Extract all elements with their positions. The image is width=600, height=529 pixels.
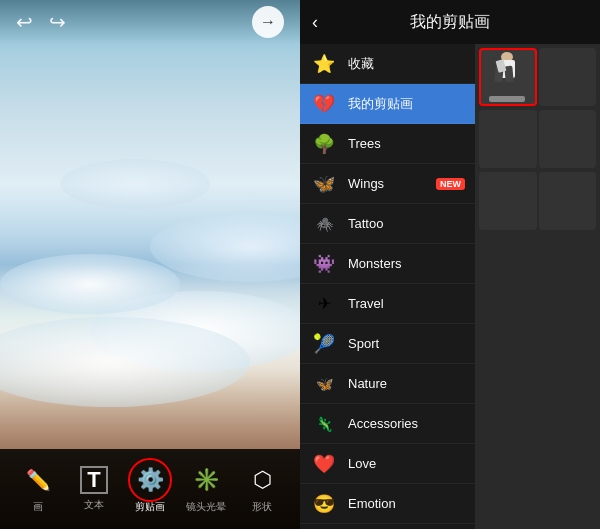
panel-title: 我的剪贴画	[410, 12, 490, 33]
shape-icon: ⬡	[246, 464, 278, 496]
wings-new-badge: NEW	[436, 178, 465, 190]
top-toolbar: ↩ ↪ →	[0, 0, 300, 44]
category-list: ⭐ 收藏 💔 我的剪贴画 🌳 Trees 🦋 Wings NEW 🕷️ Tatt…	[300, 44, 475, 529]
tool-lens[interactable]: ✳️ 镜头光晕	[182, 464, 230, 514]
favorites-label: 收藏	[348, 55, 465, 73]
undo-button[interactable]: ↩	[16, 10, 33, 34]
toolbar-left: ↩ ↪	[16, 10, 66, 34]
lens-label: 镜头光晕	[186, 500, 226, 514]
lens-icon: ✳️	[190, 464, 222, 496]
redo-button[interactable]: ↪	[49, 10, 66, 34]
back-button[interactable]: ‹	[312, 12, 318, 33]
my-stickers-icon: 💔	[310, 90, 338, 118]
nature-label: Nature	[348, 376, 465, 391]
cat-tattoo[interactable]: 🕷️ Tattoo	[300, 204, 475, 244]
draw-label: 画	[33, 500, 43, 514]
monsters-icon: 👾	[310, 250, 338, 278]
right-content: ⭐ 收藏 💔 我的剪贴画 🌳 Trees 🦋 Wings NEW 🕷️ Tatt…	[300, 44, 600, 529]
cat-love[interactable]: ❤️ Love	[300, 444, 475, 484]
cat-wings[interactable]: 🦋 Wings NEW	[300, 164, 475, 204]
cat-sport[interactable]: 🎾 Sport	[300, 324, 475, 364]
draw-icon: ✏️	[22, 464, 54, 496]
sport-label: Sport	[348, 336, 465, 351]
love-label: Love	[348, 456, 465, 471]
monsters-label: Monsters	[348, 256, 465, 271]
cat-monsters[interactable]: 👾 Monsters	[300, 244, 475, 284]
cloud-5	[60, 159, 210, 209]
next-button[interactable]: →	[252, 6, 284, 38]
tool-text[interactable]: T 文本	[70, 466, 118, 512]
tool-sticker[interactable]: ⚙️ 剪贴画	[126, 464, 174, 514]
accessories-icon: 🦎	[310, 410, 338, 438]
sticker-item-6[interactable]	[539, 172, 597, 230]
cat-emotion[interactable]: 😎 Emotion	[300, 484, 475, 524]
travel-icon: ✈	[310, 290, 338, 318]
cloud-2	[0, 254, 180, 314]
sticker-preview-grid	[475, 44, 600, 529]
bottom-toolbar: ✏️ 画 T 文本 ⚙️ 剪贴画 ✳️ 镜头光晕 ⬡ 形状	[0, 449, 300, 529]
sticker-item-2[interactable]	[539, 48, 597, 106]
sport-icon: 🎾	[310, 330, 338, 358]
trees-icon: 🌳	[310, 130, 338, 158]
right-header: ‹ 我的剪贴画	[300, 0, 600, 44]
right-panel: ‹ 我的剪贴画 ⭐ 收藏 💔 我的剪贴画 🌳 Trees 🦋 Wings NEW	[300, 0, 600, 529]
sticker-item-5[interactable]	[479, 172, 537, 230]
sticker-item-4[interactable]	[539, 110, 597, 168]
love-icon: ❤️	[310, 450, 338, 478]
cat-nature[interactable]: 🦋 Nature	[300, 364, 475, 404]
cat-trees[interactable]: 🌳 Trees	[300, 124, 475, 164]
text-icon: T	[80, 466, 108, 494]
cat-favorites[interactable]: ⭐ 收藏	[300, 44, 475, 84]
nature-icon: 🦋	[310, 370, 338, 398]
favorites-icon: ⭐	[310, 50, 338, 78]
wings-icon: 🦋	[310, 170, 338, 198]
sticker-item-3[interactable]	[479, 110, 537, 168]
sticker-highlight	[128, 458, 172, 502]
emotion-icon: 😎	[310, 490, 338, 518]
cat-travel[interactable]: ✈ Travel	[300, 284, 475, 324]
cat-accessories[interactable]: 🦎 Accessories	[300, 404, 475, 444]
cat-my-stickers[interactable]: 💔 我的剪贴画	[300, 84, 475, 124]
tattoo-label: Tattoo	[348, 216, 465, 231]
travel-label: Travel	[348, 296, 465, 311]
sticker-icon: ⚙️	[134, 464, 166, 496]
emotion-label: Emotion	[348, 496, 465, 511]
trees-label: Trees	[348, 136, 465, 151]
tool-draw[interactable]: ✏️ 画	[14, 464, 62, 514]
my-stickers-label: 我的剪贴画	[348, 95, 465, 113]
sticker-item-skater[interactable]	[479, 48, 537, 106]
text-label: 文本	[84, 498, 104, 512]
sticker-label: 剪贴画	[135, 500, 165, 514]
tool-shape[interactable]: ⬡ 形状	[238, 464, 286, 514]
wings-label: Wings	[348, 176, 426, 191]
tattoo-icon: 🕷️	[310, 210, 338, 238]
shape-label: 形状	[252, 500, 272, 514]
accessories-label: Accessories	[348, 416, 465, 431]
left-panel: ↩ ↪ → ✏️ 画 T 文本 ⚙️ 剪贴画 ✳️ 镜头光晕 ⬡ 形状	[0, 0, 300, 529]
